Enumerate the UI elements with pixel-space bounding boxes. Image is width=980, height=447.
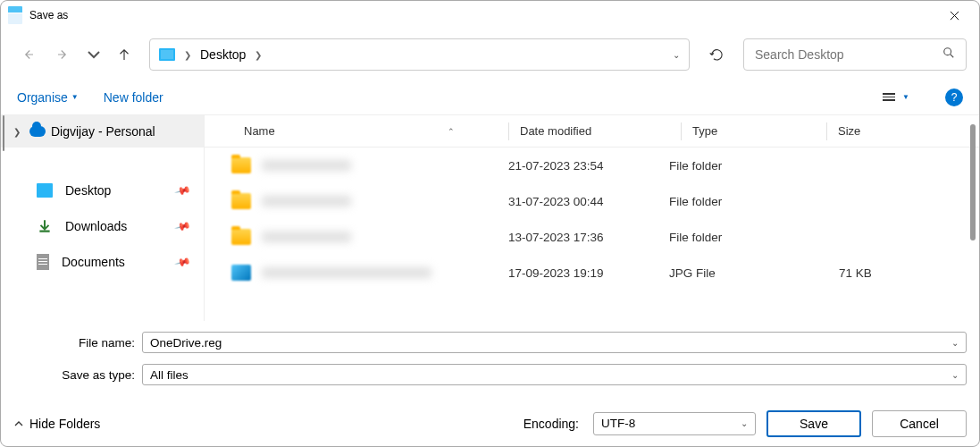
documents-icon <box>37 254 49 270</box>
refresh-button[interactable] <box>700 38 733 71</box>
list-scrollbar[interactable] <box>970 124 976 240</box>
desktop-icon <box>37 183 53 198</box>
chevron-down-icon <box>86 46 102 63</box>
downloads-icon <box>37 219 53 233</box>
file-name-redacted <box>262 267 431 278</box>
arrow-right-icon <box>55 46 71 63</box>
pin-icon: 📌 <box>174 217 192 235</box>
file-type: File folder <box>669 159 803 173</box>
dialog-body: ❯ Digvijay - Personal Desktop 📌 Download… <box>1 115 979 321</box>
navigation-pane: ❯ Digvijay - Personal Desktop 📌 Download… <box>1 115 205 321</box>
save-as-dialog: Save as ❯ Desktop ❯ ⌄ Organise▼ Ne <box>0 0 980 447</box>
file-name-redacted <box>262 196 351 207</box>
list-view-icon <box>883 93 895 101</box>
chevron-right-icon: ❯ <box>255 50 262 60</box>
sort-asc-icon: ⌃ <box>448 127 455 136</box>
save-as-type-label: Save as type: <box>13 368 142 382</box>
input-area: File name: OneDrive.reg⌄ Save as type: A… <box>1 321 979 400</box>
caret-down-icon: ▼ <box>902 93 909 101</box>
chevron-right-icon[interactable]: ❯ <box>13 127 24 137</box>
back-button[interactable] <box>13 40 42 69</box>
save-as-type-field[interactable]: All files⌄ <box>142 364 967 385</box>
new-folder-label: New folder <box>104 90 163 105</box>
file-name-redacted <box>262 160 351 171</box>
desktop-icon <box>159 48 175 61</box>
column-header-date[interactable]: Date modified <box>520 124 681 138</box>
help-button[interactable]: ? <box>945 89 963 106</box>
view-options-button[interactable]: ▼ <box>883 93 909 101</box>
file-name-field[interactable]: OneDrive.reg⌄ <box>142 332 967 353</box>
close-icon <box>950 11 959 21</box>
svg-point-0 <box>944 48 951 55</box>
chevron-up-icon <box>13 418 24 429</box>
col-label: Name <box>244 124 275 138</box>
chevron-down-icon[interactable]: ⌄ <box>673 50 680 60</box>
chevron-down-icon[interactable]: ⌄ <box>951 338 959 348</box>
breadcrumb-desktop[interactable]: Desktop <box>200 47 246 62</box>
recent-locations-button[interactable] <box>85 40 103 69</box>
file-name-redacted <box>262 232 351 242</box>
sidebar-item-documents[interactable]: Documents 📌 <box>1 244 204 280</box>
onedrive-icon <box>29 126 46 137</box>
sidebar-item-label: Documents <box>62 255 125 269</box>
file-type: JPG File <box>669 266 803 280</box>
list-item[interactable]: 31-07-2023 00:44 File folder <box>205 183 979 219</box>
sidebar-scrollbar[interactable] <box>3 115 4 151</box>
file-list: Name⌃ Date modified Type Size 21-07-2023… <box>205 115 979 321</box>
jpg-file-icon <box>231 265 251 281</box>
file-size: 71 KB <box>803 266 979 280</box>
arrow-up-icon <box>116 46 132 63</box>
window-title: Save as <box>29 9 68 21</box>
address-bar[interactable]: ❯ Desktop ❯ ⌄ <box>149 38 690 71</box>
sidebar-item-desktop[interactable]: Desktop 📌 <box>1 173 204 208</box>
column-header-size[interactable]: Size <box>838 124 979 138</box>
column-headers: Name⌃ Date modified Type Size <box>205 115 979 148</box>
file-date: 31-07-2023 00:44 <box>508 195 669 208</box>
refresh-icon <box>709 47 725 63</box>
new-folder-button[interactable]: New folder <box>104 90 163 105</box>
save-button[interactable]: Save <box>766 410 861 437</box>
navigation-bar: ❯ Desktop ❯ ⌄ <box>1 30 979 80</box>
hide-folders-label: Hide Folders <box>29 417 100 431</box>
search-box[interactable] <box>743 38 967 71</box>
list-item[interactable]: 17-09-2023 19:19 JPG File 71 KB <box>205 255 979 291</box>
file-type: File folder <box>669 195 803 208</box>
nav-arrows <box>13 40 138 69</box>
notepad-icon <box>8 6 22 24</box>
encoding-label: Encoding: <box>524 417 579 431</box>
close-button[interactable] <box>936 3 972 28</box>
forward-button[interactable] <box>49 40 78 69</box>
encoding-select[interactable]: UTF-8⌄ <box>593 412 756 435</box>
folder-icon <box>231 229 251 245</box>
list-item[interactable]: 13-07-2023 17:36 File folder <box>205 219 979 255</box>
up-button[interactable] <box>110 40 138 69</box>
tree-item-onedrive-personal[interactable]: ❯ Digvijay - Personal <box>1 115 204 148</box>
column-header-type[interactable]: Type <box>692 124 826 138</box>
file-date: 13-07-2023 17:36 <box>508 231 669 244</box>
hide-folders-button[interactable]: Hide Folders <box>13 417 100 431</box>
column-header-name[interactable]: Name⌃ <box>205 124 508 138</box>
search-input[interactable] <box>755 47 942 62</box>
cancel-button[interactable]: Cancel <box>872 410 967 437</box>
titlebar: Save as <box>1 1 979 30</box>
organise-menu[interactable]: Organise▼ <box>17 90 79 105</box>
file-date: 21-07-2023 23:54 <box>508 159 669 173</box>
chevron-right-icon: ❯ <box>184 50 191 60</box>
sidebar-item-label: Downloads <box>65 219 127 233</box>
save-as-type-value: All files <box>150 368 188 382</box>
footer: Hide Folders Encoding: UTF-8⌄ Save Cance… <box>1 400 979 446</box>
pin-icon: 📌 <box>174 181 192 199</box>
pin-icon: 📌 <box>174 253 192 271</box>
sidebar-item-downloads[interactable]: Downloads 📌 <box>1 208 204 244</box>
chevron-down-icon[interactable]: ⌄ <box>951 370 959 380</box>
organise-label: Organise <box>17 90 68 105</box>
quick-access: Desktop 📌 Downloads 📌 Documents 📌 <box>1 148 204 280</box>
file-type: File folder <box>669 231 803 244</box>
caret-down-icon: ▼ <box>71 93 79 101</box>
file-name-label: File name: <box>13 336 142 350</box>
search-icon <box>942 46 955 63</box>
arrow-left-icon <box>20 46 36 63</box>
chevron-down-icon[interactable]: ⌄ <box>741 418 748 428</box>
list-item[interactable]: 21-07-2023 23:54 File folder <box>205 148 979 183</box>
encoding-value: UTF-8 <box>601 417 635 430</box>
